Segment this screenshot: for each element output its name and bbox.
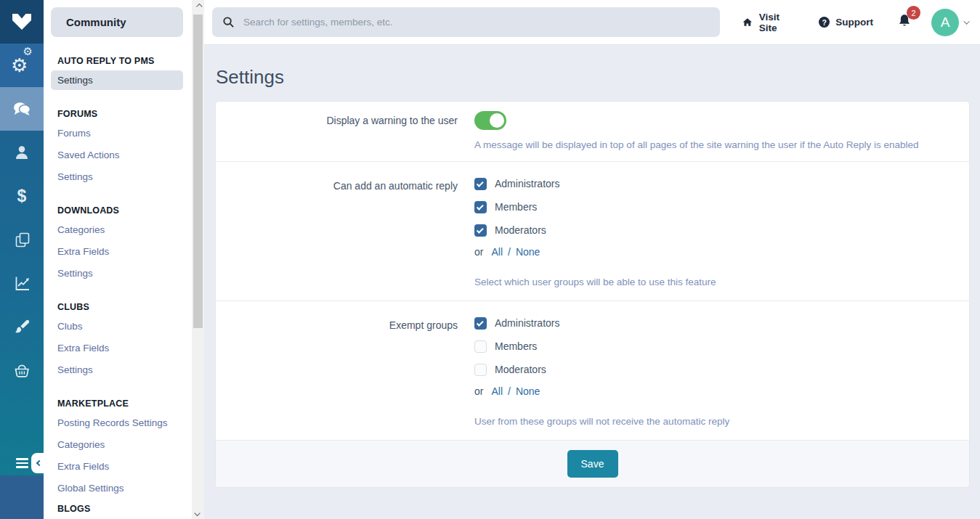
rail-footer-block (0, 475, 44, 519)
rail-item-commerce[interactable]: $ (0, 174, 44, 218)
chevron-left-icon (36, 460, 41, 466)
main-content: Settings Display a warning to the user A… (204, 45, 980, 519)
section-clubs: CLUBS Clubs Extra Fields Settings (51, 302, 192, 380)
sidebar-item-saved-actions[interactable]: Saved Actions (51, 145, 183, 165)
setting-description: A message will be displayed in top of al… (474, 139, 955, 150)
rail-item-marketplace[interactable] (0, 348, 44, 392)
option-administrators: Administrators (474, 176, 955, 191)
select-all-link[interactable]: All (491, 246, 503, 258)
notification-badge: 2 (907, 6, 920, 20)
person-icon (13, 144, 31, 161)
checkbox-exempt-moderators[interactable] (474, 364, 487, 376)
rail-item-community[interactable] (0, 87, 44, 131)
checkbox-moderators[interactable] (474, 224, 487, 237)
sidebar-item-clubs-settings[interactable]: Settings (51, 360, 183, 380)
sidebar-item-global-settings[interactable]: Global Settings (51, 478, 183, 498)
option-members: Members (474, 200, 955, 214)
checkbox-administrators[interactable] (474, 178, 487, 190)
support-link[interactable]: ? Support (819, 17, 873, 28)
select-none-link[interactable]: None (516, 385, 540, 397)
topbar: Visit Site ? Support 2 A (204, 0, 980, 45)
search-box[interactable] (212, 7, 720, 37)
setting-row-can-add-reply: Can add an automatic reply Administrator… (216, 162, 969, 301)
section-auto-reply: AUTO REPLY TO PMS Settings (51, 56, 192, 90)
setting-label: Can add an automatic reply (216, 176, 474, 287)
rail-item-files[interactable] (0, 218, 44, 261)
sidebar-app-title: Community (51, 7, 183, 37)
sidebar-item-forums[interactable]: Forums (51, 123, 183, 143)
copy-pages-icon (13, 231, 31, 249)
chart-line-icon (13, 274, 31, 293)
select-none-link[interactable]: None (516, 246, 540, 258)
search-input[interactable] (242, 16, 710, 28)
sidebar-item-mp-categories[interactable]: Categories (51, 435, 183, 454)
checkbox-exempt-administrators[interactable] (474, 317, 487, 330)
sidebar-item-clubs[interactable]: Clubs (51, 316, 183, 336)
rail-item-members[interactable] (0, 131, 44, 174)
avatar: A (931, 9, 959, 36)
visit-site-link[interactable]: Visit Site (742, 12, 797, 33)
panel-footer: Save (216, 441, 969, 487)
select-all-link[interactable]: All (491, 385, 503, 397)
scroll-down-arrow[interactable] (192, 507, 204, 519)
sidebar-scrollbar[interactable] (192, 0, 204, 519)
admin-app: ⚙⚙ $ (0, 0, 980, 519)
option-moderators: Moderators (474, 362, 955, 377)
chat-bubbles-icon (12, 100, 31, 118)
section-title: AUTO REPLY TO PMS (57, 56, 192, 66)
option-members: Members (474, 339, 955, 354)
setting-description: User from these groups will not receive … (474, 416, 955, 427)
rail-item-stats[interactable] (0, 261, 44, 305)
sidebar-item-forums-settings[interactable]: Settings (51, 167, 183, 187)
question-icon: ? (819, 17, 830, 28)
sidebar-item-mp-extra-fields[interactable]: Extra Fields (51, 457, 183, 476)
home-icon (742, 16, 753, 28)
logo[interactable] (0, 0, 44, 44)
rail-item-system[interactable]: ⚙⚙ (0, 44, 44, 87)
option-administrators: Administrators (474, 316, 955, 330)
display-warning-toggle[interactable] (474, 111, 506, 130)
sidebar-item-extra-fields[interactable]: Extra Fields (51, 242, 183, 261)
checkbox-exempt-members[interactable] (474, 340, 487, 353)
sidebar-item-posting-records[interactable]: Posting Records Settings (51, 413, 183, 433)
scroll-up-arrow[interactable] (192, 0, 204, 12)
settings-panel: Display a warning to the user A message … (215, 101, 970, 488)
section-title: FORUMS (57, 109, 192, 119)
scrollbar-thumb[interactable] (193, 15, 203, 328)
gears-icon: ⚙⚙ (11, 56, 33, 75)
checkbox-members[interactable] (474, 201, 487, 213)
section-downloads: DOWNLOADS Categories Extra Fields Settin… (51, 205, 192, 283)
chevron-down-icon (963, 18, 969, 24)
support-label: Support (835, 17, 873, 28)
basket-icon (12, 361, 31, 380)
section-forums: FORUMS Forums Saved Actions Settings (51, 109, 192, 187)
dollar-icon: $ (17, 187, 27, 206)
section-title: MARKETPLACE (57, 399, 192, 409)
section-title: DOWNLOADS (57, 205, 192, 216)
option-moderators: Moderators (474, 223, 955, 237)
paintbrush-icon (13, 318, 31, 336)
notifications-button[interactable]: 2 (896, 12, 912, 32)
sidebar-item-downloads-settings[interactable]: Settings (51, 263, 183, 283)
setting-label: Display a warning to the user (216, 111, 474, 150)
sidebar-item-clubs-extra-fields[interactable]: Extra Fields (51, 338, 183, 358)
sidebar-item-settings[interactable]: Settings (51, 70, 183, 90)
section-marketplace: MARKETPLACE Posting Records Settings Cat… (51, 399, 192, 498)
sidebar: Community AUTO REPLY TO PMS Settings FOR… (44, 0, 204, 519)
section-title: CLUBS (57, 302, 192, 312)
account-menu[interactable]: A (931, 9, 970, 36)
save-button[interactable]: Save (567, 450, 618, 478)
setting-row-display-warning: Display a warning to the user A message … (216, 102, 969, 162)
invision-logo-icon (7, 7, 36, 36)
rail-item-customization[interactable] (0, 305, 44, 348)
section-title: BLOGS (57, 504, 192, 514)
setting-label: Exempt groups (216, 316, 474, 427)
page-title: Settings (216, 64, 970, 90)
visit-site-label: Visit Site (759, 12, 797, 33)
setting-description: Select which user groups will be able to… (474, 277, 955, 287)
setting-row-exempt-groups: Exempt groups Administrators Members (216, 301, 969, 441)
app-rail: ⚙⚙ $ (0, 0, 44, 519)
search-icon (222, 16, 235, 28)
sidebar-collapse-button[interactable] (31, 453, 44, 473)
sidebar-item-categories[interactable]: Categories (51, 220, 183, 240)
